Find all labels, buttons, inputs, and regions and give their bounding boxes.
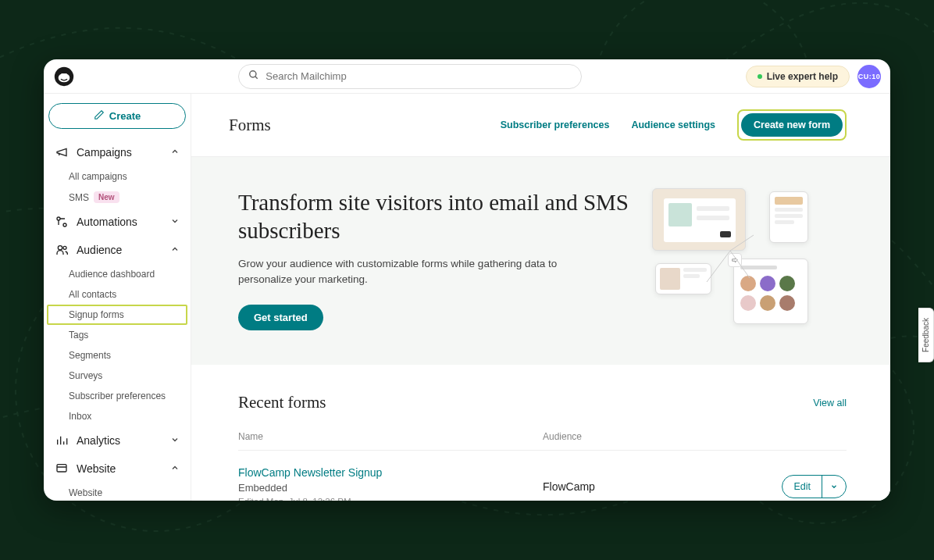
sidebar-item-tags[interactable]: Tags <box>47 325 187 345</box>
recent-forms-title: Recent forms <box>238 393 326 412</box>
subscriber-preferences-link[interactable]: Subscriber preferences <box>501 119 610 130</box>
analytics-icon <box>55 433 69 448</box>
chevron-up-icon <box>170 244 180 256</box>
audience-settings-link[interactable]: Audience settings <box>631 119 715 130</box>
get-started-button[interactable]: Get started <box>238 305 323 330</box>
svg-point-6 <box>65 73 67 75</box>
chevron-down-icon <box>170 434 180 447</box>
column-header-name: Name <box>238 431 543 442</box>
sidebar-item-signup-forms[interactable]: Signup forms <box>47 305 187 325</box>
hero-title: Transform site visitors into email and S… <box>238 188 629 245</box>
edit-dropdown-button[interactable] <box>822 476 846 498</box>
sidebar-item-audience[interactable]: Audience <box>47 236 187 264</box>
edit-button[interactable]: Edit <box>782 476 822 498</box>
search-input[interactable] <box>238 64 582 89</box>
new-badge: New <box>94 191 119 203</box>
app-window: Live expert help CU:10 Create Campaigns … <box>44 59 890 501</box>
form-edited-time: Edited Mon, Jul 8, 12:26 PM <box>238 497 543 501</box>
view-all-link[interactable]: View all <box>813 398 847 408</box>
hero-section: Transform site visitors into email and S… <box>191 157 890 365</box>
hero-illustration <box>652 188 808 329</box>
svg-point-9 <box>57 217 60 220</box>
sidebar-item-subscriber-prefs[interactable]: Subscriber preferences <box>47 386 187 406</box>
svg-line-8 <box>255 76 258 78</box>
svg-rect-17 <box>57 465 66 472</box>
sidebar-item-campaigns[interactable]: Campaigns <box>47 138 187 166</box>
svg-point-4 <box>59 73 70 81</box>
avatar[interactable]: CU:10 <box>857 65 881 88</box>
create-button[interactable]: Create <box>48 103 186 129</box>
table-row: FlowCamp Newsletter Signup Embedded Edit… <box>238 451 847 501</box>
main-content: Forms Subscriber preferences Audience se… <box>191 94 890 501</box>
create-new-form-button[interactable]: Create new form <box>741 113 843 137</box>
page-title: Forms <box>229 116 271 135</box>
page-header: Forms Subscriber preferences Audience se… <box>191 94 890 157</box>
status-dot-icon <box>758 74 762 79</box>
search-icon <box>248 70 259 84</box>
column-header-audience: Audience <box>543 431 776 442</box>
edit-split-button: Edit <box>782 475 847 498</box>
sidebar-item-all-contacts[interactable]: All contacts <box>47 284 187 305</box>
chevron-up-icon <box>170 146 180 159</box>
topbar: Live expert help CU:10 <box>44 59 890 94</box>
pencil-icon <box>94 109 105 123</box>
sidebar-item-inbox[interactable]: Inbox <box>47 406 187 426</box>
website-icon <box>55 462 69 476</box>
people-icon <box>55 243 69 257</box>
svg-point-5 <box>61 73 63 75</box>
hero-description: Grow your audience with customizable for… <box>238 256 590 288</box>
svg-point-11 <box>58 246 62 250</box>
sidebar-item-website[interactable]: Website <box>47 455 187 483</box>
svg-point-10 <box>63 223 66 226</box>
sidebar-item-analytics[interactable]: Analytics <box>47 426 187 455</box>
sidebar-item-sms[interactable]: SMS New <box>47 187 187 208</box>
create-new-form-highlight: Create new form <box>737 109 847 141</box>
form-name-link[interactable]: FlowCamp Newsletter Signup <box>238 466 543 479</box>
recent-forms-section: Recent forms View all Name Audience Flow… <box>191 365 890 501</box>
svg-point-12 <box>63 246 66 249</box>
live-help-button[interactable]: Live expert help <box>746 66 850 87</box>
automations-icon <box>55 215 69 229</box>
audience-value: FlowCamp <box>543 480 782 493</box>
sidebar-item-audience-dashboard[interactable]: Audience dashboard <box>47 264 187 284</box>
mailchimp-logo-icon[interactable] <box>53 66 75 87</box>
svg-point-7 <box>250 70 256 77</box>
sidebar-item-segments[interactable]: Segments <box>47 345 187 366</box>
sidebar-item-all-campaigns[interactable]: All campaigns <box>47 166 187 187</box>
table-header: Name Audience <box>238 431 847 451</box>
form-type: Embedded <box>238 482 543 494</box>
feedback-tab[interactable]: Feedback <box>918 308 934 362</box>
sidebar-item-website-sub[interactable]: Website <box>47 483 187 501</box>
chevron-down-icon <box>170 216 180 228</box>
chevron-up-icon <box>170 462 180 475</box>
sidebar-item-surveys[interactable]: Surveys <box>47 366 187 386</box>
megaphone-icon <box>55 145 69 159</box>
sidebar-item-automations[interactable]: Automations <box>47 208 187 236</box>
sidebar: Create Campaigns All campaigns SMS New A… <box>44 94 191 501</box>
